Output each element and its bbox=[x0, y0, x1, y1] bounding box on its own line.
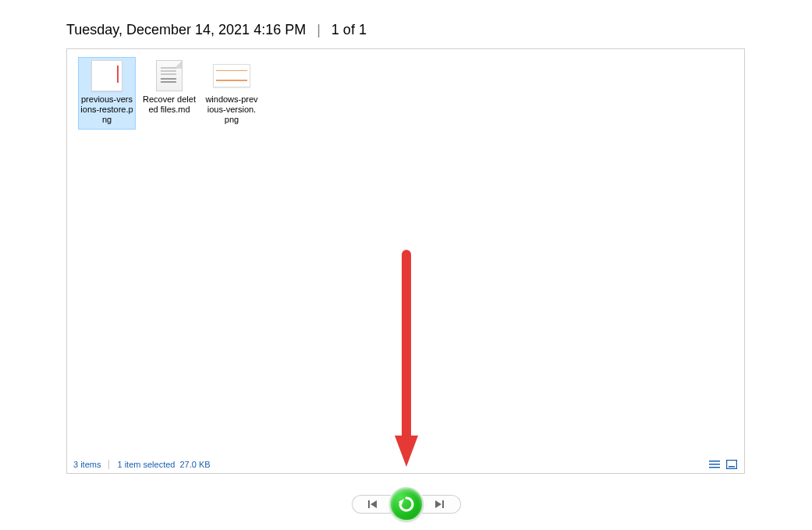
image-thumbnail-icon bbox=[88, 60, 126, 91]
svg-rect-7 bbox=[368, 500, 370, 508]
version-header: Tuesday, December 14, 2021 4:16 PM | 1 o… bbox=[66, 22, 367, 38]
file-item[interactable]: previous-versions-restore.png bbox=[78, 57, 136, 130]
history-nav-controls bbox=[0, 487, 812, 521]
svg-rect-11 bbox=[442, 500, 444, 508]
skip-forward-icon bbox=[434, 500, 445, 509]
image-thumbnail-icon bbox=[213, 60, 250, 91]
file-label: previous-versions-restore.png bbox=[80, 94, 133, 125]
svg-marker-8 bbox=[371, 500, 377, 508]
file-label: windows-previous-version.png bbox=[205, 94, 258, 125]
restore-button[interactable] bbox=[389, 487, 424, 521]
svg-rect-3 bbox=[727, 461, 737, 469]
status-bar: 3 items 1 item selected 27.0 KB bbox=[67, 456, 744, 473]
status-item-count: 3 items bbox=[73, 460, 101, 469]
version-timestamp: Tuesday, December 14, 2021 4:16 PM bbox=[66, 22, 306, 38]
file-label: Recover deleted files.md bbox=[143, 94, 196, 115]
previous-version-button[interactable] bbox=[352, 495, 391, 514]
file-item[interactable]: Recover deleted files.md bbox=[140, 57, 198, 119]
file-list: previous-versions-restore.png Recover de… bbox=[67, 49, 744, 130]
large-icons-view-button[interactable] bbox=[725, 459, 738, 470]
file-history-panel: previous-versions-restore.png Recover de… bbox=[66, 48, 745, 474]
markdown-file-icon bbox=[151, 60, 188, 91]
file-item[interactable]: windows-previous-version.png bbox=[203, 57, 261, 130]
header-divider: | bbox=[317, 22, 321, 38]
status-selection: 1 item selected bbox=[117, 460, 175, 469]
skip-back-icon bbox=[367, 500, 378, 509]
status-separator bbox=[108, 460, 109, 469]
svg-rect-2 bbox=[709, 467, 720, 468]
version-position: 1 of 1 bbox=[332, 22, 367, 38]
svg-rect-1 bbox=[709, 464, 720, 465]
status-size: 27.0 KB bbox=[179, 460, 210, 469]
svg-rect-4 bbox=[729, 466, 735, 468]
svg-rect-0 bbox=[709, 461, 720, 462]
restore-arrow-icon bbox=[397, 495, 416, 514]
next-version-button[interactable] bbox=[422, 495, 461, 514]
details-view-button[interactable] bbox=[708, 459, 721, 470]
svg-marker-10 bbox=[435, 500, 441, 508]
